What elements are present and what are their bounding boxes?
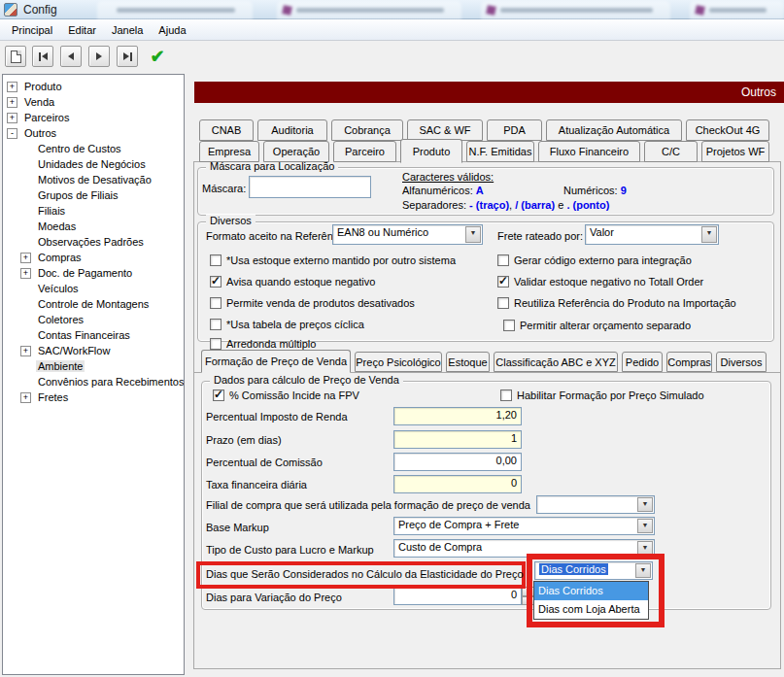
tree-item-fretes[interactable]: +Fretes (20, 389, 70, 405)
confirm-button[interactable]: ✔ (146, 45, 169, 68)
check-comissao-incide-fpv[interactable]: % Comissão Incide na FPV (213, 389, 359, 402)
tab-compras[interactable]: Compras (666, 352, 712, 372)
check-reutiliza-referencia[interactable]: Reutiliza Referência do Produto na Impor… (497, 296, 736, 310)
tree-item-motivos-de-desativacao[interactable]: Motivos de Desativação (36, 172, 153, 187)
tree-item-sac-workflow[interactable]: +SAC/WorkFlow (20, 343, 112, 358)
checkbox-icon[interactable] (210, 297, 222, 309)
comissao-field[interactable]: 0,00 (393, 453, 522, 471)
next-record-button[interactable] (88, 46, 110, 67)
checkbox-icon[interactable] (210, 319, 222, 330)
tree-item-controle-de-montagens[interactable]: Controle de Montagens (36, 296, 151, 312)
new-record-button[interactable] (5, 46, 26, 67)
checkbox-icon[interactable] (500, 389, 512, 401)
tree-item-unidades-de-negocios[interactable]: Unidades de Negócios (36, 156, 148, 172)
mask-input[interactable] (249, 176, 371, 198)
chevron-down-icon[interactable] (635, 563, 651, 578)
tab-parceiro[interactable]: Parceiro (333, 141, 396, 162)
expand-icon[interactable]: + (20, 346, 31, 356)
expand-icon[interactable]: + (7, 113, 17, 123)
tab-pda[interactable]: PDA (487, 119, 542, 141)
tree-item-doc-de-pagamento[interactable]: +Doc. de Pagamento (20, 265, 134, 281)
tree-item-observacoes-padroes[interactable]: Observações Padrões (36, 234, 146, 250)
tab-operacao[interactable]: Operação (263, 141, 329, 162)
checkbox-icon[interactable] (497, 254, 509, 266)
chevron-down-icon[interactable] (637, 519, 653, 533)
checkbox-icon[interactable] (210, 276, 222, 288)
formato-combobox[interactable]: EAN8 ou Numérico (332, 224, 483, 245)
checkbox-icon[interactable] (210, 254, 222, 266)
menu-editar[interactable]: Editar (60, 21, 104, 39)
option-dias-com-loja-aberta[interactable]: Dias com Loja Aberta (534, 600, 648, 619)
check-habilitar-preco-simulado[interactable]: Habilitar Formação por Preço Simulado (500, 389, 704, 402)
check-usa-estoque-externo[interactable]: *Usa estoque externo mantido por outro s… (210, 254, 456, 267)
tree-item-outros[interactable]: -Outros (7, 125, 58, 141)
tree-item-centro-de-custos[interactable]: Centro de Custos (36, 141, 123, 156)
tab-preco-psicologico[interactable]: Preço Psicológico (355, 352, 442, 372)
last-record-button[interactable] (117, 46, 138, 67)
check-gerar-codigo-externo[interactable]: Gerar código externo para integração (497, 254, 692, 267)
tree-item-parceiros[interactable]: +Parceiros (7, 110, 71, 125)
checkbox-icon[interactable] (213, 389, 224, 401)
tree-item-veiculos[interactable]: Veículos (36, 281, 81, 296)
checkbox-icon[interactable] (503, 320, 515, 331)
expand-icon[interactable]: + (20, 253, 31, 263)
tree-item-venda[interactable]: +Venda (7, 94, 56, 110)
collapse-icon[interactable]: - (7, 128, 17, 139)
taxa-financeira-field[interactable]: 0 (393, 475, 522, 493)
first-record-button[interactable] (32, 46, 53, 67)
tab-cc[interactable]: C/C (644, 141, 698, 162)
tab-projetos-wf[interactable]: Projetos WF (701, 141, 769, 162)
tab-classificacao-abc-xyz[interactable]: Classificação ABC e XYZ (494, 352, 618, 372)
menu-principal[interactable]: Principal (4, 21, 60, 39)
tab-fluxo-financeiro[interactable]: Fluxo Financeiro (538, 141, 640, 162)
chevron-down-icon[interactable] (637, 497, 653, 512)
tab-diversos[interactable]: Diversos (716, 352, 767, 372)
menu-janela[interactable]: Janela (104, 21, 151, 39)
check-permitir-alterar-orcamento[interactable]: Permitir alterar orçamento separado (503, 319, 691, 332)
variacao-preco-field[interactable]: 0 (393, 587, 522, 605)
tab-pedido[interactable]: Pedido (622, 352, 663, 372)
expand-icon[interactable]: + (20, 268, 31, 279)
tree-item-produto[interactable]: +Produto (7, 79, 64, 94)
chevron-down-icon[interactable] (701, 226, 717, 243)
check-permite-venda-desativados[interactable]: Permite venda de produtos desativados (210, 296, 415, 310)
prazo-field[interactable]: 1 (393, 430, 522, 449)
check-avisa-estoque-negativo[interactable]: Avisa quando estoque negativo (210, 275, 375, 288)
tree-item-filiais[interactable]: Filiais (36, 203, 67, 219)
base-markup-combobox[interactable]: Preço de Compra + Frete (393, 517, 655, 535)
tab-sac-wf[interactable]: SAC & WF (407, 119, 483, 141)
tab-formacao-preco-venda[interactable]: Formação de Preço de Venda (201, 350, 351, 373)
expand-icon[interactable]: + (7, 82, 17, 92)
elasticidade-combobox[interactable]: Dias Corridos (534, 561, 653, 580)
frete-combobox[interactable]: Valor (585, 224, 719, 245)
tree-item-ambiente[interactable]: Ambiente (36, 358, 85, 374)
tree-item-grupos-de-filiais[interactable]: Grupos de Filiais (36, 187, 120, 203)
tree-item-compras[interactable]: +Compras (20, 250, 84, 265)
check-usa-tabela-ciclica[interactable]: *Usa tabela de preços cíclica (210, 318, 364, 331)
menu-ajuda[interactable]: Ajuda (151, 21, 193, 39)
tree-item-contas-financeiras[interactable]: Contas Financeiras (36, 327, 132, 343)
expand-icon[interactable]: + (20, 392, 31, 403)
checkbox-icon[interactable] (210, 338, 222, 350)
checkbox-icon[interactable] (497, 297, 509, 309)
previous-record-button[interactable] (60, 46, 82, 67)
chevron-down-icon[interactable] (637, 541, 653, 556)
tab-cnab[interactable]: CNAB (199, 119, 254, 141)
tab-nf-emitidas[interactable]: N.F. Emitidas (466, 141, 534, 162)
tab-atualizacao-automatica[interactable]: Atualização Automática (546, 119, 682, 141)
tab-empresa[interactable]: Empresa (199, 141, 259, 162)
check-validar-estoque-totall-order[interactable]: Validar estoque negativo no Totall Order (497, 275, 703, 288)
chevron-down-icon[interactable] (465, 226, 481, 243)
tab-checkout-4g[interactable]: CheckOut 4G (686, 119, 769, 141)
filial-compra-combobox[interactable] (536, 495, 655, 514)
tab-estoque[interactable]: Estoque (446, 352, 490, 372)
tab-cobranca[interactable]: Cobrança (331, 119, 403, 141)
tree-item-moedas[interactable]: Moedas (36, 219, 78, 234)
imposto-renda-field[interactable]: 1,20 (393, 407, 522, 425)
check-arredonda-multiplo[interactable]: Arredonda múltiplo (210, 337, 316, 351)
expand-icon[interactable]: + (7, 97, 17, 108)
tree-item-convenios[interactable]: Convênios para Recebimentos c (36, 374, 185, 389)
option-dias-corridos[interactable]: Dias Corridos (534, 582, 648, 600)
tab-auditoria[interactable]: Auditoria (257, 119, 327, 141)
tipo-custo-combobox[interactable]: Custo de Compra (393, 539, 655, 558)
